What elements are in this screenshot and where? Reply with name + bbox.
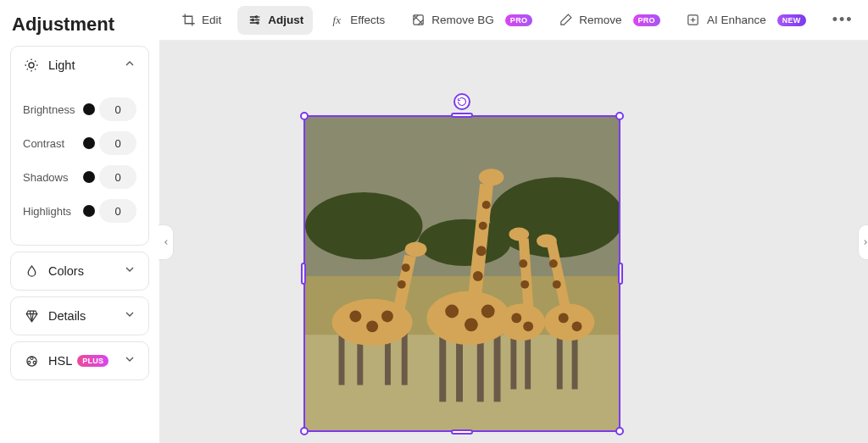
resize-handle-top[interactable] — [451, 113, 473, 118]
svg-point-22 — [405, 241, 427, 257]
slider-thumb[interactable] — [83, 205, 95, 217]
slider-shadows-value[interactable]: 0 — [99, 165, 136, 189]
toolbar-removebg[interactable]: Remove BG PRO — [401, 6, 542, 35]
svg-point-26 — [398, 280, 406, 289]
svg-point-6 — [252, 19, 253, 20]
plus-badge: PLUS — [77, 355, 108, 367]
svg-point-50 — [519, 259, 527, 268]
svg-point-38 — [473, 271, 483, 281]
chevron-down-icon — [123, 352, 136, 369]
resize-handle-left[interactable] — [301, 263, 306, 285]
toolbar-edit[interactable]: Edit — [171, 6, 231, 35]
svg-point-4 — [33, 361, 36, 363]
slider-thumb[interactable] — [83, 103, 95, 115]
panel-colors: Colors — [10, 252, 149, 291]
svg-point-5 — [255, 16, 257, 18]
crop-icon — [181, 13, 196, 28]
panel-light-header[interactable]: Light — [11, 47, 148, 84]
resize-handle-tl[interactable] — [300, 112, 309, 120]
svg-point-36 — [465, 318, 478, 331]
svg-point-25 — [381, 311, 393, 323]
image-selection[interactable] — [303, 115, 620, 432]
resize-handle-bl[interactable] — [300, 427, 309, 435]
slider-brightness-label: Brightness — [23, 103, 89, 116]
panel-light-body: Brightness 0 Contrast 0 Shadows 0 Highli… — [11, 84, 148, 245]
svg-point-2 — [30, 357, 32, 359]
toolbar-effects[interactable]: fx Effects — [320, 6, 394, 35]
slider-highlights-label: Highlights — [23, 205, 89, 218]
slider-brightness-value[interactable]: 0 — [99, 97, 136, 121]
expand-right-panel-button[interactable] — [858, 224, 868, 260]
panel-colors-label: Colors — [48, 264, 84, 278]
svg-point-0 — [29, 63, 34, 68]
top-toolbar: Edit Adjust fx Effects Remove BG PRO Rem… — [159, 0, 868, 41]
svg-point-41 — [482, 201, 491, 209]
svg-point-24 — [366, 320, 378, 332]
toolbar-aienhance[interactable]: AI Enhance NEW — [676, 6, 815, 35]
toolbar-adjust[interactable]: Adjust — [237, 6, 313, 35]
svg-point-46 — [509, 228, 529, 241]
slider-highlights-value[interactable]: 0 — [99, 199, 136, 223]
panel-colors-header[interactable]: Colors — [11, 252, 148, 290]
sun-icon — [23, 57, 40, 74]
slider-shadows-label: Shadows — [23, 171, 89, 184]
svg-point-39 — [476, 246, 487, 256]
svg-point-48 — [523, 321, 533, 331]
chevron-up-icon — [123, 57, 136, 74]
resize-handle-br[interactable] — [615, 427, 624, 435]
svg-point-34 — [479, 169, 504, 186]
resize-handle-tr[interactable] — [615, 112, 624, 120]
panel-details-label: Details — [48, 309, 86, 323]
adjustment-sidebar: Adjustment Light Brightness 0 Contrast — [0, 0, 159, 443]
svg-point-44 — [498, 304, 545, 341]
droplet-icon — [23, 263, 40, 280]
new-badge: NEW — [777, 14, 806, 26]
svg-point-13 — [419, 219, 511, 266]
svg-point-57 — [572, 321, 582, 331]
fx-icon: fx — [329, 13, 344, 28]
svg-point-55 — [537, 235, 557, 248]
svg-point-56 — [559, 313, 569, 323]
canvas-image[interactable] — [305, 117, 619, 430]
slider-contrast-label: Contrast — [23, 137, 89, 150]
toolbar-aienhance-label: AI Enhance — [707, 14, 766, 26]
toolbar-adjust-label: Adjust — [268, 14, 303, 26]
eraser-icon — [558, 13, 573, 28]
chevron-down-icon — [123, 307, 136, 324]
toolbar-remove-label: Remove — [579, 14, 621, 26]
svg-point-23 — [349, 311, 361, 323]
panel-details: Details — [10, 296, 149, 335]
sliders-icon — [247, 13, 262, 28]
slider-brightness: Brightness 0 — [23, 97, 136, 121]
svg-point-47 — [511, 313, 521, 323]
resize-handle-bottom[interactable] — [451, 429, 473, 435]
svg-point-49 — [520, 280, 529, 289]
color-wheel-icon — [23, 352, 40, 369]
panel-details-header[interactable]: Details — [11, 297, 148, 335]
collapse-sidebar-button[interactable] — [159, 224, 174, 260]
removebg-icon — [410, 13, 426, 28]
pro-badge: PRO — [505, 14, 532, 26]
slider-thumb[interactable] — [83, 137, 95, 149]
panel-hsl: HSL PLUS — [10, 341, 149, 380]
chevron-down-icon — [123, 263, 136, 280]
resize-handle-right[interactable] — [618, 263, 623, 285]
toolbar-edit-label: Edit — [202, 14, 221, 26]
slider-highlights: Highlights 0 — [23, 199, 136, 223]
slider-thumb[interactable] — [83, 171, 95, 183]
diamond-icon — [23, 307, 40, 324]
toolbar-effects-label: Effects — [350, 14, 385, 26]
sidebar-title: Adjustment — [10, 10, 149, 46]
slider-contrast-value[interactable]: 0 — [99, 131, 136, 155]
svg-point-37 — [481, 305, 495, 318]
svg-point-40 — [479, 222, 487, 230]
panel-hsl-header[interactable]: HSL PLUS — [11, 342, 148, 379]
svg-point-35 — [445, 305, 459, 318]
toolbar-more[interactable]: ••• — [826, 8, 860, 32]
rotate-handle[interactable] — [453, 93, 470, 110]
slider-shadows: Shadows 0 — [23, 165, 136, 189]
svg-point-3 — [27, 361, 30, 363]
toolbar-remove[interactable]: Remove PRO — [548, 6, 670, 35]
canvas-area[interactable] — [159, 41, 868, 443]
pro-badge: PRO — [633, 14, 660, 26]
